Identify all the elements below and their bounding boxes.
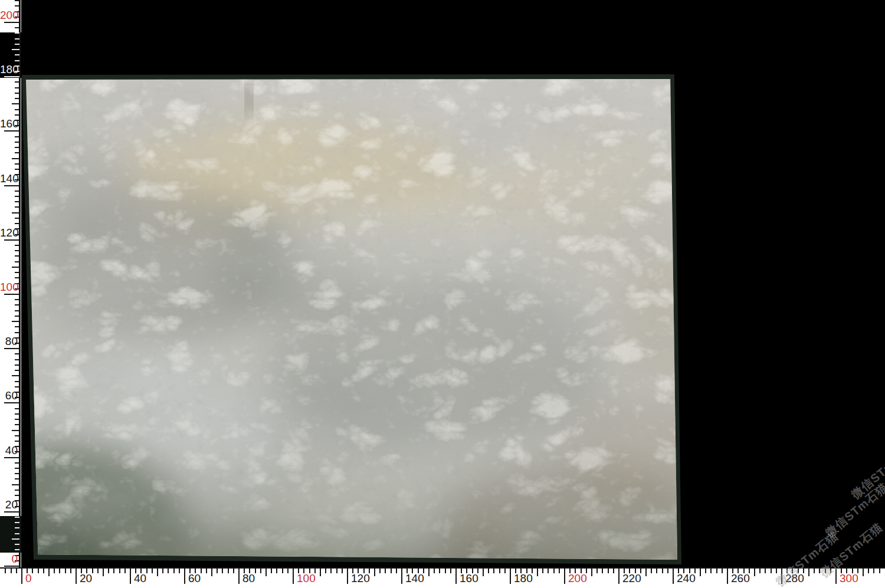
vertical-ruler-tick (4, 130, 19, 132)
vertical-ruler-tick (15, 142, 19, 143)
vertical-ruler-tick (15, 408, 19, 409)
horizontal-ruler-tick (537, 569, 538, 576)
vertical-ruler-tick (12, 158, 19, 159)
vertical-ruler-tick (15, 218, 19, 219)
vertical-ruler-tick (15, 435, 19, 436)
vertical-ruler-tick (15, 364, 19, 366)
vertical-ruler-tick (12, 267, 19, 268)
vertical-ruler-tick (4, 22, 19, 23)
horizontal-ruler-tick (602, 569, 603, 573)
vertical-ruler-tick (15, 250, 19, 251)
horizontal-ruler-tick (662, 569, 663, 573)
vertical-ruler-tick (15, 223, 19, 224)
vertical-ruler-tick (12, 538, 19, 540)
horizontal-ruler-tick (70, 569, 71, 573)
horizontal-ruler-tick (276, 569, 277, 573)
vertical-ruler-tick (4, 239, 19, 241)
horizontal-ruler-tick (48, 569, 50, 576)
vertical-ruler-label: 200 (0, 9, 21, 21)
scan-viewer-stage: 020406080100120140160180200 020406080100… (0, 0, 885, 588)
horizontal-ruler-tick (754, 569, 755, 576)
horizontal-ruler-tick (228, 569, 229, 573)
horizontal-ruler-tick (211, 569, 212, 576)
horizontal-ruler-tick (130, 569, 131, 584)
vertical-ruler-tick (15, 304, 19, 306)
horizontal-ruler-tick (330, 569, 332, 573)
vertical-ruler-tick (15, 424, 19, 425)
horizontal-ruler-tick (325, 569, 326, 573)
vertical-ruler-tick (15, 32, 19, 34)
horizontal-ruler-tick (157, 569, 158, 576)
horizontal-ruler-tick (293, 569, 294, 584)
horizontal-ruler-tick (765, 569, 766, 573)
vertical-ruler-tick (15, 81, 19, 83)
vertical-ruler-tick (12, 103, 19, 104)
vertical-ruler-tick (15, 527, 19, 528)
horizontal-ruler-tick (347, 569, 348, 584)
slab-photo-edge (18, 71, 685, 568)
vertical-ruler-tick (15, 152, 19, 153)
horizontal-ruler-tick (618, 569, 620, 584)
horizontal-ruler-tick (76, 569, 77, 584)
horizontal-ruler-label: 80 (242, 573, 255, 584)
vertical-ruler-label: 120 (0, 227, 21, 239)
horizontal-ruler-tick (124, 569, 126, 573)
vertical-ruler-tick (15, 196, 19, 197)
horizontal-ruler-tick (651, 569, 652, 573)
vertical-ruler-tick (15, 261, 19, 262)
horizontal-ruler-tick (32, 569, 33, 573)
vertical-ruler-tick (15, 169, 19, 170)
horizontal-ruler-label: 240 (677, 573, 696, 584)
vertical-ruler-tick (15, 255, 19, 257)
vertical-ruler-label: 100 (0, 281, 21, 293)
vertical-ruler-tick (12, 430, 19, 431)
horizontal-ruler-tick (103, 569, 104, 576)
marble-texture (18, 71, 685, 568)
vertical-ruler-tick (15, 326, 19, 327)
horizontal-ruler-tick (510, 569, 511, 584)
vertical-ruler-tick (15, 316, 19, 317)
vertical-ruler-tick (15, 386, 19, 387)
vertical-ruler-tick (15, 60, 19, 61)
horizontal-ruler-tick (434, 569, 435, 573)
horizontal-ruler-label: 60 (188, 573, 201, 584)
horizontal-ruler-tick (645, 569, 647, 576)
vertical-ruler-tick (15, 370, 19, 371)
horizontal-ruler-tick (233, 569, 234, 573)
horizontal-ruler-tick (65, 569, 66, 573)
horizontal-ruler-tick (179, 569, 180, 573)
vertical-ruler-tick (4, 185, 19, 186)
horizontal-ruler-tick (379, 569, 381, 573)
horizontal-ruler-tick (222, 569, 223, 573)
horizontal-ruler-tick (868, 569, 869, 573)
horizontal-ruler-tick (59, 569, 60, 573)
horizontal-ruler-tick (608, 569, 609, 573)
horizontal-ruler-tick (771, 569, 772, 573)
horizontal-ruler-tick (879, 569, 880, 573)
horizontal-ruler-tick (499, 569, 500, 573)
horizontal-ruler-label: 160 (460, 573, 478, 584)
horizontal-ruler-label: 220 (622, 573, 641, 584)
horizontal-ruler-tick (108, 569, 109, 573)
horizontal-ruler-tick (173, 569, 175, 573)
vertical-ruler-tick (4, 566, 19, 567)
horizontal-ruler-tick (488, 569, 489, 573)
horizontal-ruler-tick (776, 569, 777, 573)
vertical-ruler-tick (4, 76, 19, 77)
horizontal-ruler-label: 300 (840, 573, 858, 584)
vertical-ruler-tick (15, 310, 19, 311)
vertical-ruler-tick (4, 457, 19, 458)
horizontal-ruler-tick (152, 569, 153, 573)
vertical-ruler-label: 80 (0, 336, 21, 347)
horizontal-ruler-tick (43, 569, 44, 573)
horizontal-ruler-tick (97, 569, 99, 573)
horizontal-ruler-tick (439, 569, 440, 573)
vertical-ruler-tick (15, 441, 19, 442)
horizontal-ruler-tick (320, 569, 321, 576)
horizontal-ruler-label: 120 (351, 573, 370, 584)
vertical-ruler-tick (15, 93, 19, 94)
vertical-ruler-label: 60 (0, 390, 21, 402)
vertical-ruler-tick (12, 49, 19, 50)
vertical-ruler-label: 160 (0, 118, 21, 130)
horizontal-ruler-label: 0 (25, 573, 32, 584)
